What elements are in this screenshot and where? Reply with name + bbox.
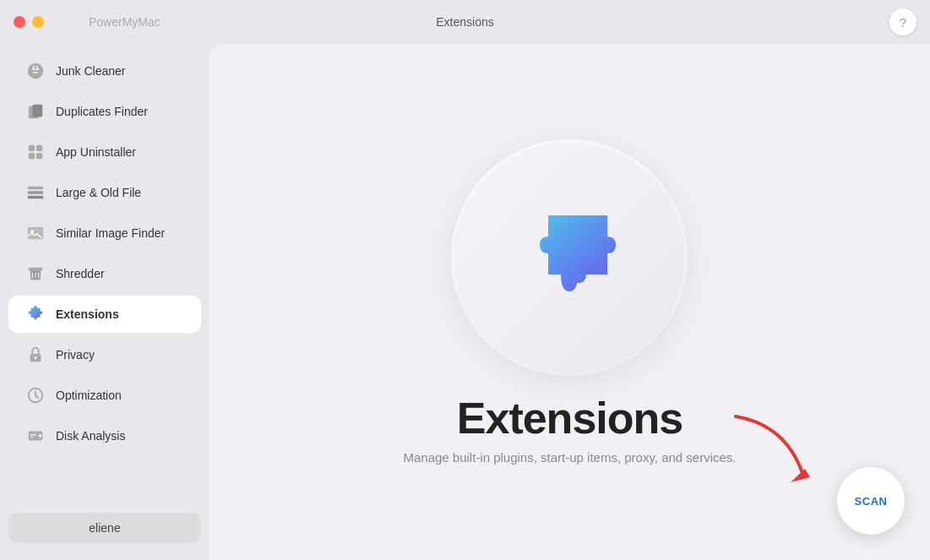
extensions-icon [25,304,46,324]
sidebar-item-app-uninstaller-label: App Uninstaller [56,145,136,159]
svg-rect-9 [28,196,43,199]
app-uninstaller-icon [25,142,46,162]
sidebar-item-privacy-label: Privacy [56,348,95,362]
page-title: Extensions [457,393,683,443]
help-button[interactable]: ? [889,8,916,35]
svg-rect-4 [36,145,42,151]
header-title: Extensions [436,15,493,29]
privacy-icon [25,345,46,365]
svg-rect-8 [28,191,43,194]
user-section: eliene [0,503,209,553]
svg-rect-3 [29,145,35,151]
main-layout: Junk Cleaner Duplicates Finder App U [0,44,930,560]
sidebar-item-shredder-label: Shredder [56,267,105,280]
content-inner: Extensions Manage built-in plugins, star… [403,139,736,465]
sidebar-item-disk-analysis-label: Disk Analysis [56,429,125,443]
large-old-file-icon [25,182,46,203]
duplicates-finder-icon [25,101,46,122]
svg-rect-6 [36,153,42,159]
sidebar-item-duplicates-finder[interactable]: Duplicates Finder [8,93,201,130]
sidebar-item-extensions[interactable]: Extensions [8,296,201,333]
sidebar-item-similar-image-finder[interactable]: Similar Image Finder [8,215,201,252]
junk-cleaner-icon [25,61,46,81]
sidebar-item-shredder[interactable]: Shredder [8,255,201,292]
sidebar-item-similar-image-finder-label: Similar Image Finder [56,226,165,240]
arrow-container [719,408,820,492]
sidebar-item-junk-cleaner-label: Junk Cleaner [56,64,126,78]
svg-rect-2 [32,105,42,117]
sidebar-item-large-old-file-label: Large & Old File [56,186,141,199]
user-button[interactable]: eliene [8,513,201,543]
scan-button[interactable]: SCAN [837,467,905,535]
svg-point-0 [28,63,43,79]
sidebar-item-extensions-label: Extensions [56,307,119,321]
svg-rect-18 [30,434,36,435]
close-button[interactable] [14,16,25,28]
traffic-lights [14,16,44,28]
minimize-button[interactable] [32,16,44,28]
shredder-icon [25,264,46,284]
svg-point-17 [39,434,42,438]
titlebar: PowerMyMac Extensions ? [0,0,930,44]
scan-arrow [719,408,820,492]
puzzle-icon [502,190,637,325]
sidebar-item-disk-analysis[interactable]: Disk Analysis [8,417,201,454]
sidebar-item-junk-cleaner[interactable]: Junk Cleaner [8,52,201,90]
sidebar-item-duplicates-finder-label: Duplicates Finder [56,105,148,118]
app-name: PowerMyMac [89,15,160,29]
content-area: Extensions Manage built-in plugins, star… [209,44,930,560]
sidebar-item-app-uninstaller[interactable]: App Uninstaller [8,133,201,171]
sidebar-item-optimization[interactable]: Optimization [8,377,201,414]
similar-image-finder-icon [25,223,46,243]
optimization-icon [25,385,46,405]
svg-rect-5 [29,153,35,159]
sidebar-item-privacy[interactable]: Privacy [8,336,201,373]
svg-rect-12 [29,268,43,271]
svg-rect-7 [28,187,43,190]
svg-rect-19 [30,437,35,438]
page-subtitle: Manage built-in plugins, start-up items,… [403,450,736,465]
sidebar-item-optimization-label: Optimization [56,389,122,402]
sidebar-item-large-old-file[interactable]: Large & Old File [8,174,201,211]
disk-analysis-icon [25,426,46,446]
sidebar: Junk Cleaner Duplicates Finder App U [0,44,209,560]
svg-point-14 [35,356,37,359]
icon-circle [451,139,688,376]
